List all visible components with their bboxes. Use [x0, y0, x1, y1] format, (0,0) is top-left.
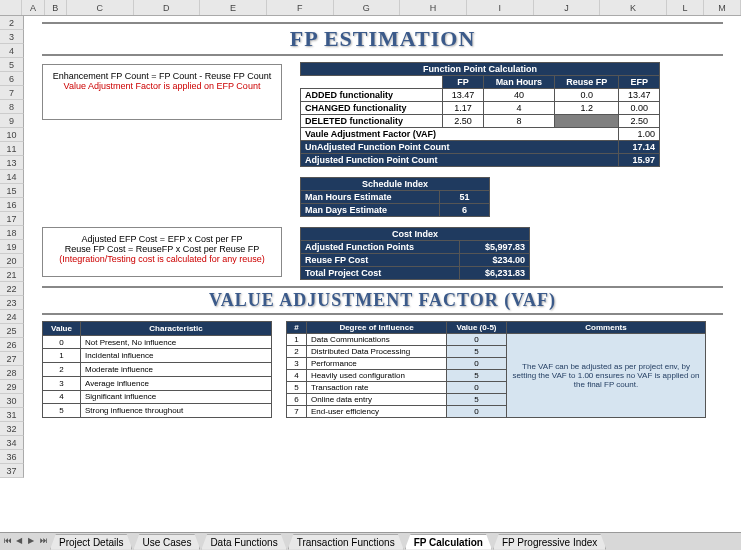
fpc-header: Function Point Calculation	[301, 63, 660, 76]
vaf-legend-row: 4Significant influence	[43, 390, 272, 404]
row-numbers: 2345678910111314151617181920212223242526…	[0, 16, 24, 478]
cost-header: Cost Index	[301, 228, 530, 241]
row-header-16[interactable]: 16	[0, 198, 24, 212]
note-line-red: Value Adjustment Factor is applied on EF…	[51, 81, 273, 91]
fpc-row-adj: Adjusted Function Point Count 15.97	[301, 154, 660, 167]
nav-prev-icon[interactable]: ◀	[16, 536, 26, 548]
note-line: Enhancement FP Count = FP Count - Reuse …	[51, 71, 273, 81]
col-rfp: Reuse FP	[555, 76, 619, 89]
column-headers: ABCDEFGHIJKLM	[0, 0, 741, 16]
title-text: FP ESTIMATION	[42, 26, 723, 52]
col-header-G[interactable]: G	[334, 0, 401, 15]
row-header-4[interactable]: 4	[0, 44, 24, 58]
row-header-8[interactable]: 8	[0, 100, 24, 114]
row-header-34[interactable]: 34	[0, 436, 24, 450]
col-header-C[interactable]: C	[67, 0, 134, 15]
fpc-row-added: ADDED functionality 13.47 40 0.0 13.47	[301, 89, 660, 102]
col-header-M[interactable]: M	[704, 0, 741, 15]
row-header-14[interactable]: 14	[0, 170, 24, 184]
col-header-D[interactable]: D	[134, 0, 201, 15]
col-header-L[interactable]: L	[667, 0, 704, 15]
row-header-26[interactable]: 26	[0, 338, 24, 352]
col-efp: EFP	[619, 76, 660, 89]
vaf-legend-row: 1Incidental influence	[43, 349, 272, 363]
row-header-20[interactable]: 20	[0, 254, 24, 268]
sheet-tabs: ⏮ ◀ ▶ ⏭ Project DetailsUse CasesData Fun…	[0, 532, 741, 550]
vaf-value-input[interactable]: 5	[447, 346, 507, 358]
title-text: VALUE ADJUSTMENT FACTOR (VAF)	[42, 290, 723, 311]
fpc-row-deleted: DELETED functionality 2.50 8 2.50	[301, 115, 660, 128]
row-header-21[interactable]: 21	[0, 268, 24, 282]
sheet-tab-fp-calculation[interactable]: FP Calculation	[405, 534, 492, 550]
vaf-comment: The VAF can be adjusted as per project e…	[507, 334, 706, 418]
note-enhancement-fp: Enhancement FP Count = FP Count - Reuse …	[42, 64, 282, 120]
row-header-25[interactable]: 25	[0, 324, 24, 338]
vaf-value-input[interactable]: 5	[447, 370, 507, 382]
col-header-B[interactable]: B	[45, 0, 67, 15]
note-line: Adjusted EFP Cost = EFP x Cost per FP	[51, 234, 273, 244]
row-header-11[interactable]: 11	[0, 142, 24, 156]
sched-header: Schedule Index	[301, 178, 490, 191]
sheet-tab-fp-progressive-index[interactable]: FP Progressive Index	[493, 534, 606, 550]
row-header-2[interactable]: 2	[0, 16, 24, 30]
row-header-7[interactable]: 7	[0, 86, 24, 100]
vaf-value-input[interactable]: 0	[447, 382, 507, 394]
sheet-tab-project-details[interactable]: Project Details	[50, 534, 132, 550]
cost-index-table: Cost Index Adjusted Function Points$5,99…	[300, 227, 530, 280]
col-header-F[interactable]: F	[267, 0, 334, 15]
vaf-degree-table: # Degree of Influence Value (0-5) Commen…	[286, 321, 706, 418]
col-header-A[interactable]: A	[22, 0, 44, 15]
row-header-36[interactable]: 36	[0, 450, 24, 464]
row-header-10[interactable]: 10	[0, 128, 24, 142]
vaf-degree-row: 1Data Communications0The VAF can be adju…	[287, 334, 706, 346]
sheet-tab-data-functions[interactable]: Data Functions	[201, 534, 286, 550]
vaf-legend-row: 2Moderate influence	[43, 363, 272, 377]
tab-nav-controls[interactable]: ⏮ ◀ ▶ ⏭	[4, 536, 50, 548]
col-fp: FP	[443, 76, 484, 89]
vaf-legend-row: 3Average influence	[43, 376, 272, 390]
row-header-3[interactable]: 3	[0, 30, 24, 44]
nav-first-icon[interactable]: ⏮	[4, 536, 14, 548]
vaf-value-input[interactable]: 5	[447, 394, 507, 406]
sheet-tab-use-cases[interactable]: Use Cases	[133, 534, 200, 550]
vaf-legend-row: 5Strong influence throughout	[43, 404, 272, 418]
note-line: Reuse FP Cost = ReuseFP x Cost per Reuse…	[51, 244, 273, 254]
fpc-row-unadj: UnAdjusted Function Point Count 17.14	[301, 141, 660, 154]
fpc-row-changed: CHANGED functionality 1.17 4 1.2 0.00	[301, 102, 660, 115]
row-header-28[interactable]: 28	[0, 366, 24, 380]
nav-next-icon[interactable]: ▶	[28, 536, 38, 548]
row-header-29[interactable]: 29	[0, 380, 24, 394]
fpc-row-vaf: Vaule Adjustment Factor (VAF) 1.00	[301, 128, 660, 141]
row-header-23[interactable]: 23	[0, 296, 24, 310]
row-header-30[interactable]: 30	[0, 394, 24, 408]
col-header-J[interactable]: J	[534, 0, 601, 15]
col-header-K[interactable]: K	[600, 0, 667, 15]
col-mh: Man Hours	[483, 76, 554, 89]
row-header-9[interactable]: 9	[0, 114, 24, 128]
row-header-13[interactable]: 13	[0, 156, 24, 170]
vaf-value-input[interactable]: 0	[447, 334, 507, 346]
row-header-32[interactable]: 32	[0, 422, 24, 436]
sheet-tab-transaction-functions[interactable]: Transaction Functions	[288, 534, 404, 550]
row-header-31[interactable]: 31	[0, 408, 24, 422]
row-header-17[interactable]: 17	[0, 212, 24, 226]
vaf-value-legend: Value Characteristic 0Not Present, No in…	[42, 321, 272, 418]
row-header-24[interactable]: 24	[0, 310, 24, 324]
vaf-value-input[interactable]: 0	[447, 358, 507, 370]
row-header-18[interactable]: 18	[0, 226, 24, 240]
nav-last-icon[interactable]: ⏭	[40, 536, 50, 548]
row-header-27[interactable]: 27	[0, 352, 24, 366]
row-header-37[interactable]: 37	[0, 464, 24, 478]
row-header-19[interactable]: 19	[0, 240, 24, 254]
col-header-I[interactable]: I	[467, 0, 534, 15]
row-header-15[interactable]: 15	[0, 184, 24, 198]
row-header-22[interactable]: 22	[0, 282, 24, 296]
row-header-6[interactable]: 6	[0, 72, 24, 86]
col-header-H[interactable]: H	[400, 0, 467, 15]
vaf-value-input[interactable]: 0	[447, 406, 507, 418]
worksheet-area: FP ESTIMATION Enhancement FP Count = FP …	[24, 16, 741, 532]
col-header-E[interactable]: E	[200, 0, 267, 15]
note-cost: Adjusted EFP Cost = EFP x Cost per FP Re…	[42, 227, 282, 277]
corner-cell	[0, 0, 22, 15]
row-header-5[interactable]: 5	[0, 58, 24, 72]
